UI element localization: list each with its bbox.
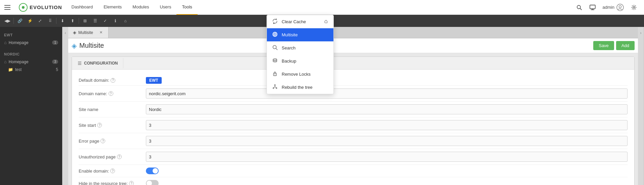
clear-cache-label: Clear Cache: [282, 19, 306, 24]
toolbar-up[interactable]: ⬆: [68, 16, 77, 26]
toolbar-down[interactable]: ⬇: [58, 16, 67, 26]
toolbar-list[interactable]: ☰: [90, 16, 100, 26]
toolbar-home[interactable]: ⌂: [121, 16, 130, 26]
configuration-label: CONFIGURATION: [84, 61, 118, 66]
menu-rebuild-tree[interactable]: Rebuild the tree: [267, 81, 333, 94]
sidebar-nordic-homepage[interactable]: ⌂ Homepage 3: [0, 58, 62, 66]
search-label: Search: [282, 45, 295, 50]
domain-name-label: Domain name: ?: [79, 91, 146, 96]
form-section: Default domain: ? EWT Domain name: ?: [72, 70, 634, 185]
sidebar-collapse-btn[interactable]: ‹: [62, 27, 68, 185]
inner-content: CONFIGURATION Default domain: ? EWT: [72, 57, 635, 185]
form-row-domain-name: Domain name: ?: [79, 86, 628, 102]
logo-area: EVOLUTION: [15, 3, 66, 12]
separator-3: [79, 18, 79, 24]
toolbar-link[interactable]: 🔗: [15, 16, 25, 26]
nav-items: Dashboard Elements Modules Users Tools: [66, 0, 198, 14]
top-nav: EVOLUTION Dashboard Elements Modules Use…: [0, 0, 644, 15]
hide-resource-tree-label: Hide in the resource tree: ?: [79, 181, 146, 185]
domain-name-help[interactable]: ?: [109, 91, 113, 96]
hide-tree-help[interactable]: ?: [129, 181, 134, 185]
toolbar-dots[interactable]: ⠿: [45, 16, 55, 26]
svg-point-21: [273, 59, 277, 60]
nav-elements[interactable]: Elements: [98, 0, 127, 15]
nav-users[interactable]: Users: [154, 0, 176, 15]
form-row-enable-domain: Enable domain: ?: [79, 165, 628, 177]
form-row-site-name: Site name ?: [79, 102, 628, 117]
site-start-label: Site start ?: [79, 123, 146, 128]
unauthorized-page-input[interactable]: [146, 152, 628, 162]
site-start-help[interactable]: ?: [97, 123, 102, 127]
nav-dashboard[interactable]: Dashboard: [66, 0, 98, 15]
page-title-icon: ◈: [72, 42, 77, 50]
toolbar-info[interactable]: ℹ: [111, 16, 120, 26]
content-area: ◈ Multisite ✕ ◈ Multisite Save Add: [68, 27, 638, 185]
svg-line-20: [276, 48, 277, 50]
toolbar-check[interactable]: ✓: [100, 16, 110, 26]
site-name-input[interactable]: [146, 104, 628, 114]
enable-domain-toggle[interactable]: [146, 168, 159, 174]
tab-close-btn[interactable]: ✕: [98, 30, 104, 35]
menu-search[interactable]: Search: [267, 41, 333, 54]
menu-clear-cache[interactable]: Clear Cache ♻: [267, 15, 333, 28]
toolbar-unlink[interactable]: ⚡: [25, 16, 35, 26]
separator-1: [13, 18, 14, 24]
form-row-hide-resource-tree: Hide in the resource tree: ?: [79, 177, 628, 185]
configuration-tab[interactable]: CONFIGURATION: [75, 58, 123, 68]
nav-user[interactable]: admin: [600, 4, 627, 11]
search-icon-btn[interactable]: [573, 1, 585, 13]
svg-line-28: [274, 87, 275, 88]
unauthorized-page-label: Unauthorized page ?: [79, 154, 146, 159]
lock-icon: [272, 71, 278, 77]
toolbar-arrows[interactable]: ◀▶: [3, 16, 12, 26]
home-icon-nordic: ⌂: [4, 59, 7, 64]
enable-domain-help[interactable]: ?: [110, 169, 115, 173]
tools-dropdown-menu: Clear Cache ♻ Multisite Search: [267, 15, 334, 94]
hide-resource-tree-toggle[interactable]: [146, 180, 159, 185]
form-row-default-domain: Default domain: ? EWT: [79, 75, 628, 86]
add-button[interactable]: Add: [616, 41, 635, 50]
page-header: ◈ Multisite Save Add: [68, 38, 638, 53]
svg-line-4: [580, 8, 581, 10]
multisite-label: Multisite: [282, 32, 298, 37]
sidebar-nordic-test[interactable]: 📁 test 5: [0, 66, 62, 73]
inner-header: CONFIGURATION: [72, 57, 634, 70]
svg-line-29: [275, 87, 277, 88]
tab-multisite[interactable]: ◈ Multisite ✕: [68, 27, 109, 38]
form-row-error-page: Error page ?: [79, 133, 628, 149]
refresh-icon: [272, 18, 278, 25]
form-row-unauthorized-page: Unauthorized page ?: [79, 149, 628, 165]
right-collapse-btn[interactable]: ›: [638, 27, 644, 185]
toolbar-grid[interactable]: ⊞: [80, 16, 90, 26]
domain-name-input[interactable]: [146, 88, 628, 99]
logo-text: EVOLUTION: [30, 4, 62, 10]
enable-domain-label: Enable domain: ?: [79, 169, 146, 174]
svg-rect-0: [4, 5, 10, 6]
svg-point-26: [276, 88, 277, 89]
monitor-icon-btn[interactable]: [587, 1, 599, 13]
menu-multisite[interactable]: Multisite: [267, 28, 333, 41]
nordic-section-title: Nordic: [0, 49, 62, 58]
error-page-input[interactable]: [146, 136, 628, 146]
settings-icon-btn[interactable]: [628, 1, 640, 13]
save-button[interactable]: Save: [593, 41, 614, 50]
svg-rect-2: [4, 9, 10, 10]
ewt-badge: EWT: [146, 78, 162, 83]
error-page-help[interactable]: ?: [100, 139, 105, 143]
recycle-icon: ♻: [324, 19, 328, 25]
folder-icon: 📁: [8, 67, 13, 72]
site-start-input[interactable]: [146, 120, 628, 130]
nav-tools[interactable]: Tools: [176, 0, 197, 15]
nav-modules[interactable]: Modules: [127, 0, 154, 15]
search-icon: [272, 45, 278, 51]
hamburger-button[interactable]: [0, 0, 15, 15]
menu-remove-locks[interactable]: Remove Locks: [267, 68, 333, 81]
backup-icon: [272, 58, 278, 64]
unauthorized-help[interactable]: ?: [117, 154, 122, 159]
menu-backup[interactable]: Backup: [267, 54, 333, 68]
sidebar-ewt-homepage[interactable]: ⌂ Homepage 1: [0, 38, 62, 47]
default-domain-label: Default domain: ?: [79, 78, 146, 83]
toolbar-move[interactable]: ⤢: [35, 16, 45, 26]
default-domain-help[interactable]: ?: [111, 78, 115, 83]
tab-icon: ◈: [73, 30, 76, 35]
